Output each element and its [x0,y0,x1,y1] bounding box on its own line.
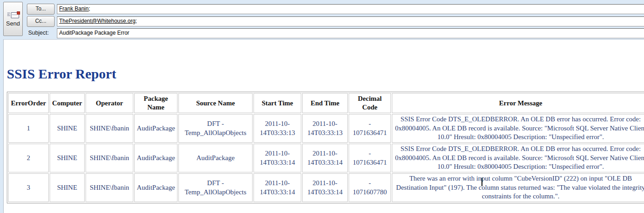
error-table: ErrorOrderComputerOperatorPackage NameSo… [7,92,644,203]
table-row: 2SHINESHINE\fbaninAuditPackageAuditPacka… [8,144,644,172]
table-cell: 2011-10- 14T03:33:14 [302,144,348,172]
table-cell: 2 [8,144,49,172]
column-header: Start Time [254,93,301,113]
column-header: Operator [86,93,133,113]
table-cell: SHINE\fbanin [86,144,133,172]
cc-input[interactable]: ThePresident@Whitehouse.org; [57,16,644,26]
column-header: Source Name [178,93,253,113]
table-cell: SSIS Error Code DTS_E_OLEDBERROR. An OLE… [392,144,644,172]
mail-compose-window: Send To... Cc... Subject: Frank Banin; T… [0,0,644,213]
table-cell: AuditPackage [134,114,177,143]
table-cell: 2011-10- 14T03:33:13 [254,114,301,143]
table-cell: 3 [8,173,49,202]
subject-label: Subject: [28,30,49,36]
table-cell: AuditPackage [134,144,177,172]
message-body[interactable]: SSIS Error Report ErrorOrderComputerOper… [3,39,644,213]
table-cell: AuditPackage [134,173,177,202]
subject-input[interactable]: AuditPackage Package Error [57,28,644,38]
table-cell: SHINE [50,114,85,143]
table-cell: SHINE [50,144,85,172]
table-cell: 2011-10- 14T03:33:14 [302,173,348,202]
table-cell: 1 [8,114,49,143]
table-cell: SHINE\fbanin [86,114,133,143]
send-button-label: Send [6,20,20,27]
cc-recipient-text: ThePresident@Whitehouse.org; [59,18,137,24]
table-cell: - 1071636471 [349,144,391,172]
table-row: 1SHINESHINE\fbaninAuditPackageDFT - Temp… [8,114,644,143]
table-cell: - 1071607780 [349,173,391,202]
table-cell: SHINE\fbanin [86,173,133,202]
to-input[interactable]: Frank Banin; [57,4,644,14]
cc-button[interactable]: Cc... [27,16,55,27]
send-envelope-icon [7,11,19,18]
table-cell: DFT - Temp_AllOlapObjects [178,114,253,143]
send-button[interactable]: Send [3,2,23,36]
table-cell: There was an error with input column "Cu… [392,173,644,202]
table-cell: DFT - Temp_AllOlapObjects [178,173,253,202]
table-header-row: ErrorOrderComputerOperatorPackage NameSo… [8,93,644,113]
text-cursor [482,178,482,186]
column-header: Decimal Code [349,93,391,113]
table-cell: SSIS Error Code DTS_E_OLEDBERROR. An OLE… [392,114,644,143]
subject-text: AuditPackage Package Error [59,30,129,36]
column-header: Error Message [392,93,644,113]
table-row: 3SHINESHINE\fbaninAuditPackageDFT - Temp… [8,173,644,202]
table-cell: SHINE [50,173,85,202]
to-recipient-text: Frank Banin; [59,5,90,12]
table-cell: 2011-10- 14T03:33:14 [254,144,301,172]
table-cell: - 1071636471 [349,114,391,143]
table-cell: 2011-10- 14T03:33:13 [302,114,348,143]
report-title: SSIS Error Report [7,66,644,82]
column-header: End Time [302,93,348,113]
to-button[interactable]: To... [27,4,55,15]
table-cell: AuditPackage [178,144,253,172]
column-header: ErrorOrder [8,93,49,113]
column-header: Package Name [134,93,177,113]
column-header: Computer [50,93,85,113]
table-cell: 2011-10- 14T03:33:14 [254,173,301,202]
